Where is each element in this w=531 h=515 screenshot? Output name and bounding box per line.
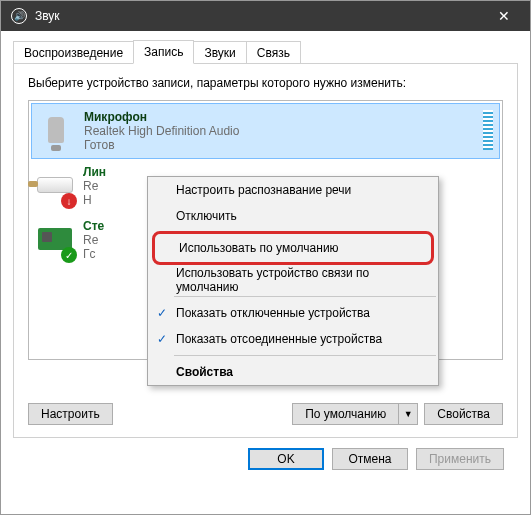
ctx-properties[interactable]: Свойства	[148, 359, 438, 385]
tabstrip: Воспроизведение Запись Звуки Связь	[13, 39, 518, 63]
level-meter	[483, 110, 493, 150]
soundcard-icon: ✓	[37, 219, 73, 259]
ctx-separator	[174, 296, 436, 297]
window-title: Звук	[35, 9, 481, 23]
tab-sounds[interactable]: Звуки	[193, 41, 246, 64]
apply-button[interactable]: Применить	[416, 448, 504, 470]
ctx-configure-speech[interactable]: Настроить распознавание речи	[148, 177, 438, 203]
device-name: Сте	[83, 219, 104, 233]
set-default-split-button[interactable]: По умолчанию ▼	[292, 403, 418, 425]
cancel-button[interactable]: Отмена	[332, 448, 408, 470]
ctx-label: Показать отсоединенные устройства	[176, 332, 382, 346]
device-status: Н	[83, 193, 106, 207]
checkmark-icon: ✓	[154, 332, 170, 346]
device-name: Микрофон	[84, 110, 239, 124]
tab-playback[interactable]: Воспроизведение	[13, 41, 134, 64]
ctx-set-default[interactable]: Использовать по умолчанию	[152, 231, 434, 265]
device-driver: Re	[83, 233, 104, 247]
ctx-set-default-comm[interactable]: Использовать устройство связи по умолчан…	[148, 267, 438, 293]
ctx-label: Показать отключенные устройства	[176, 306, 370, 320]
ctx-show-disconnected[interactable]: ✓ Показать отсоединенные устройства	[148, 326, 438, 352]
tab-communications[interactable]: Связь	[246, 41, 301, 64]
app-icon: 🔊	[11, 8, 27, 24]
device-status: Готов	[84, 138, 239, 152]
set-default-button[interactable]: По умолчанию	[292, 403, 398, 425]
configure-button[interactable]: Настроить	[28, 403, 113, 425]
tab-recording[interactable]: Запись	[133, 40, 194, 64]
disabled-badge-icon: ↓	[61, 193, 77, 209]
properties-button[interactable]: Свойства	[424, 403, 503, 425]
linein-icon: ↓	[37, 165, 73, 205]
ok-button[interactable]: OK	[248, 448, 324, 470]
device-microphone[interactable]: Микрофон Realtek High Definition Audio Г…	[31, 103, 500, 159]
default-badge-icon: ✓	[61, 247, 77, 263]
ctx-show-disabled[interactable]: ✓ Показать отключенные устройства	[148, 300, 438, 326]
context-menu: Настроить распознавание речи Отключить И…	[147, 176, 439, 386]
device-status: Гс	[83, 247, 104, 261]
device-name: Лин	[83, 165, 106, 179]
ctx-disable[interactable]: Отключить	[148, 203, 438, 229]
microphone-icon	[38, 110, 74, 150]
checkmark-icon: ✓	[154, 306, 170, 320]
instruction-text: Выберите устройство записи, параметры ко…	[28, 76, 503, 90]
chevron-down-icon[interactable]: ▼	[398, 403, 418, 425]
ctx-separator	[174, 355, 436, 356]
device-driver: Realtek High Definition Audio	[84, 124, 239, 138]
close-button[interactable]: ✕	[481, 1, 526, 31]
device-driver: Re	[83, 179, 106, 193]
